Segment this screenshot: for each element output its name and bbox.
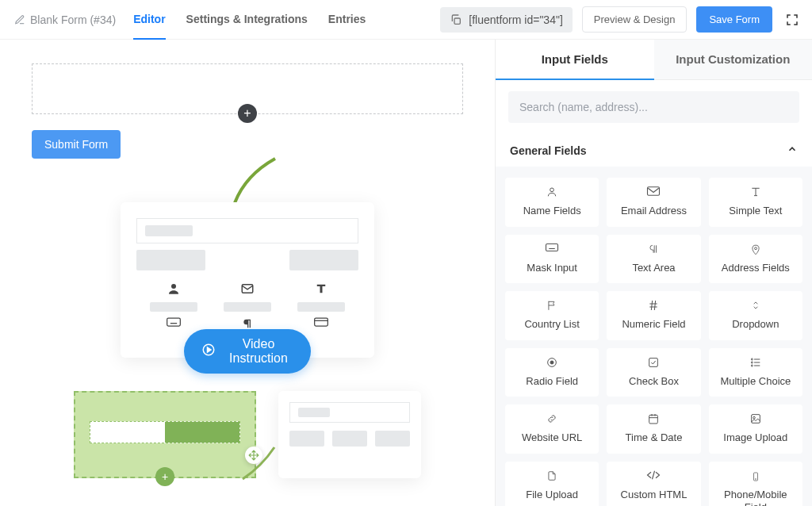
svg-rect-7 — [648, 187, 660, 196]
field-tile-file-upload[interactable]: File Upload — [505, 462, 599, 506]
svg-rect-16 — [649, 416, 658, 424]
field-tile-dropdown[interactable]: Dropdown — [709, 291, 802, 340]
card-preview: Video Instruction — [121, 202, 374, 358]
video-instruction-label: Video Instruction — [224, 337, 293, 366]
preview-design-button[interactable]: Preview & Design — [582, 6, 688, 33]
field-tile-label: Name Fields — [523, 205, 581, 217]
calendar-icon — [611, 412, 695, 425]
svg-point-9 — [754, 247, 756, 249]
field-tile-label: Dropdown — [732, 318, 779, 330]
submit-form-button[interactable]: Submit Form — [32, 130, 121, 159]
illustration: Add In Place — [65, 202, 430, 478]
image-icon — [714, 412, 798, 425]
svg-rect-8 — [546, 243, 558, 251]
link-icon — [510, 412, 594, 425]
field-tile-custom-html[interactable]: Custom HTML — [607, 462, 700, 506]
field-tile-country-list[interactable]: Country List — [505, 291, 599, 340]
field-tile-address-fields[interactable]: Address Fields — [709, 235, 802, 284]
preview-text-icon — [293, 282, 349, 312]
tab-input-customization[interactable]: Input Customization — [654, 40, 813, 80]
field-tile-mask-input[interactable]: Mask Input — [505, 235, 599, 284]
code-icon — [611, 470, 695, 482]
svg-rect-17 — [751, 415, 760, 424]
field-tile-label: Website URL — [522, 431, 582, 443]
mask-icon — [510, 243, 594, 255]
field-tile-radio-field[interactable]: Radio Field — [505, 348, 599, 397]
field-tile-website-url[interactable]: Website URL — [505, 404, 599, 454]
svg-rect-4 — [315, 318, 328, 326]
video-instruction-button[interactable]: Video Instruction — [184, 329, 311, 374]
top-tabs: Editor Settings & Integrations Entries — [133, 0, 366, 40]
section-general-label: General Fields — [510, 144, 586, 157]
chevrons-icon — [714, 299, 798, 312]
tab-editor[interactable]: Editor — [133, 0, 165, 40]
field-tile-label: Image Upload — [723, 431, 787, 443]
svg-point-1 — [171, 284, 176, 289]
list-icon — [714, 356, 798, 369]
svg-rect-12 — [649, 358, 658, 366]
svg-rect-0 — [454, 18, 460, 24]
field-tile-label: Check Box — [629, 375, 679, 387]
search-input[interactable] — [508, 91, 799, 123]
section-general-fields[interactable]: General Fields — [496, 134, 812, 167]
field-tile-name-fields[interactable]: Name Fields — [505, 178, 599, 227]
field-tile-phone-mobile-field[interactable]: Phone/Mobile Field — [709, 462, 802, 506]
field-tile-numeric-field[interactable]: Numeric Field — [607, 291, 700, 340]
fullscreen-icon[interactable] — [782, 10, 802, 30]
svg-point-14 — [751, 362, 753, 363]
phone-icon — [714, 470, 798, 482]
curve-arrow-icon — [239, 443, 286, 483]
file-icon — [510, 470, 594, 482]
user-icon — [510, 186, 594, 198]
canvas-area: + Submit Form Add In Place — [0, 40, 495, 506]
paragraph-icon — [611, 243, 695, 255]
sidebar-tabs: Input Fields Input Customization — [496, 40, 812, 80]
field-tile-label: Country List — [524, 318, 579, 330]
field-tile-email-address[interactable]: Email Address — [607, 178, 700, 227]
svg-point-18 — [753, 417, 755, 420]
svg-point-15 — [751, 365, 753, 366]
radio-icon — [510, 356, 594, 369]
tab-entries[interactable]: Entries — [328, 0, 366, 40]
field-tile-label: Multiple Choice — [720, 375, 791, 387]
preview-mail-icon — [220, 282, 275, 312]
svg-point-11 — [550, 361, 553, 364]
pin-icon — [714, 243, 798, 255]
field-tile-label: Numeric Field — [622, 318, 685, 330]
field-tile-label: Phone/Mobile Field — [724, 489, 787, 506]
form-title-text: Blank Form (#34) — [30, 13, 116, 26]
field-tile-multiple-choice[interactable]: Multiple Choice — [709, 348, 802, 397]
field-tile-label: Email Address — [621, 205, 687, 217]
add-field-button[interactable]: + — [238, 104, 257, 123]
copy-icon — [450, 13, 462, 26]
tab-settings-integrations[interactable]: Settings & Integrations — [186, 0, 308, 40]
field-tile-label: Simple Text — [729, 205, 782, 217]
preview-user-icon — [146, 282, 201, 312]
svg-point-6 — [550, 188, 554, 192]
check-icon — [611, 356, 695, 369]
form-dropzone[interactable]: + — [32, 63, 463, 114]
field-tile-text-area[interactable]: Text Area — [607, 235, 700, 284]
svg-point-13 — [751, 358, 753, 360]
field-tile-label: Radio Field — [526, 375, 578, 387]
save-form-button[interactable]: Save Form — [696, 6, 772, 33]
tab-input-fields[interactable]: Input Fields — [496, 40, 654, 80]
field-tile-image-upload[interactable]: Image Upload — [709, 404, 802, 454]
play-icon — [201, 343, 216, 360]
field-tile-label: File Upload — [526, 489, 578, 500]
plus-icon: + — [155, 467, 174, 486]
field-tile-label: Mask Input — [527, 262, 577, 274]
field-tile-label: Custom HTML — [621, 489, 688, 500]
hash-icon — [611, 299, 695, 312]
field-tile-check-box[interactable]: Check Box — [607, 348, 700, 397]
drag-illustration: + — [65, 391, 430, 478]
field-tile-simple-text[interactable]: Simple Text — [709, 178, 802, 227]
pencil-icon — [14, 14, 25, 25]
form-title[interactable]: Blank Form (#34) — [14, 13, 116, 26]
chevron-up-icon — [787, 144, 798, 157]
field-tile-time-date[interactable]: Time & Date — [607, 404, 700, 454]
shortcode-button[interactable]: [fluentform id="34"] — [440, 7, 573, 33]
field-tile-label: Text Area — [632, 262, 675, 274]
svg-point-20 — [755, 478, 756, 479]
field-tile-label: Address Fields — [722, 262, 790, 274]
